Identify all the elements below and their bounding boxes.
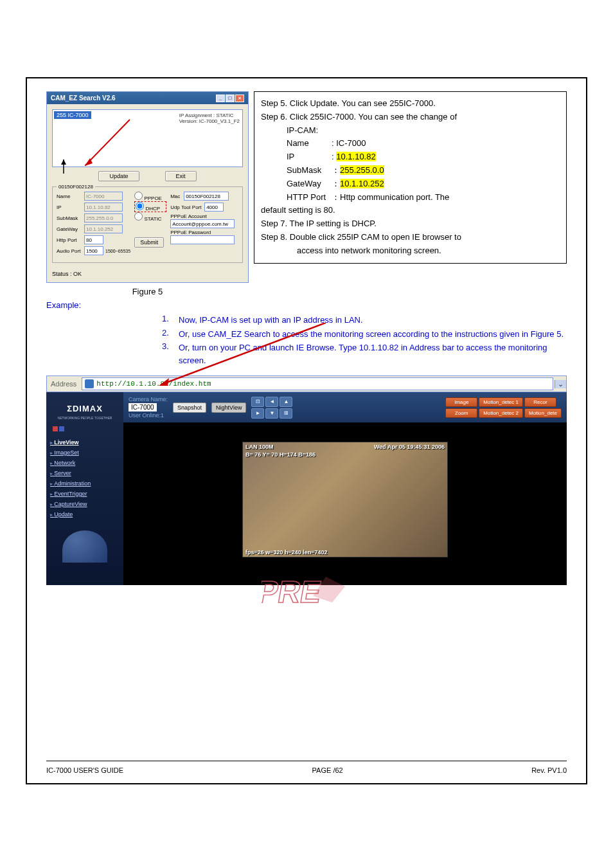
ctrl-icon[interactable]: ▼ [265, 408, 278, 419]
nightview-button[interactable]: NightView [211, 402, 246, 413]
ctrl-icon[interactable]: ⊞ [280, 408, 292, 419]
name-key: Name [287, 137, 332, 150]
footer-center: PAGE /62 [312, 766, 343, 774]
ex-num-2: 2. [162, 328, 179, 341]
gateway-value: 10.1.10.252 [340, 179, 384, 188]
nav-server[interactable]: Server [50, 470, 120, 476]
edimax-logo: ΣDIMAX [50, 404, 120, 413]
static-radio[interactable]: STATIC [134, 212, 166, 222]
watermark: PRE [262, 570, 351, 624]
logo-subtitle: NETWORKING PEOPLE TOGETHER [50, 416, 120, 420]
top-strip: Camera Name: IC-7000 User Online:1 Snaps… [123, 392, 567, 422]
motion-detec-1-button[interactable]: Motion_detec 1 [479, 397, 523, 407]
overlay-date: Wed Apr 05 19:45:31 2006 [374, 444, 445, 450]
video-feed: LAN 100M Wed Apr 05 19:45:31 2006 B= 76 … [242, 442, 448, 557]
example-heading: Example: [46, 300, 567, 310]
nav-imageset[interactable]: ImageSet [50, 449, 120, 456]
ex-text-3: Or, turn on your PC and launch IE Browse… [179, 341, 567, 366]
ip-field[interactable] [84, 203, 123, 212]
mac-label: Mac [170, 194, 182, 199]
address-bar: Address http://10.1.10.82/index.htm ⌄ [46, 375, 567, 392]
address-label: Address [47, 378, 80, 390]
pppoe-account-field[interactable] [170, 219, 235, 228]
ip-value: 10.1.10.82 [336, 152, 375, 161]
httpport-value: ：Http communication port. The [332, 192, 449, 202]
motion-dete-button[interactable]: Motion_dete [524, 408, 562, 418]
maximize-icon[interactable]: □ [226, 95, 235, 102]
step-8b: access into network monitoring screen. [297, 244, 560, 258]
ex-text-2: Or, use CAM_EZ Search to access the moni… [179, 328, 564, 341]
httpport-key: HTTP Port [287, 191, 332, 204]
device-listbox[interactable]: 255 IC-7000 IP Assignment : STATIC Versi… [52, 109, 243, 167]
nav-network[interactable]: Network [50, 460, 120, 466]
audioport-field[interactable] [84, 246, 103, 255]
overlay-lan: LAN 100M [245, 444, 274, 450]
nav-administration[interactable]: Administration [50, 480, 120, 487]
globe-graphic [62, 530, 107, 563]
minimize-icon[interactable]: _ [216, 95, 225, 102]
audioport-range: 1500~65535 [105, 249, 130, 253]
pppoe-radio[interactable]: PPPOE [134, 192, 166, 201]
zoom-button[interactable]: Zoom [445, 408, 477, 418]
nav-liveview[interactable]: LiveView [50, 439, 120, 446]
control-icons: ⊡ ◄▲► ▼⊞ [251, 397, 298, 419]
browser-screenshot: Address http://10.1.10.82/index.htm ⌄ ΣD… [46, 375, 567, 585]
dialog-titlebar: CAM_EZ Search V2.6 _□× [47, 92, 248, 104]
pppoe-account-label: PPPoE Account [170, 213, 238, 219]
device-fieldset: 00150F002128 Name IP SubMask GateWay Htt… [52, 186, 243, 263]
submask-label: SubMask [57, 215, 82, 221]
dialog-title: CAM_EZ Search V2.6 [51, 95, 116, 102]
udp-field[interactable] [204, 203, 224, 212]
ctrl-icon[interactable]: ⊡ [251, 397, 264, 407]
footer-left: IC-7000 USER'S GUIDE [46, 766, 123, 774]
submask-key: SubMask [287, 164, 332, 177]
submask-value: 255.255.0.0 [340, 165, 384, 175]
nav-eventtrigger[interactable]: EventTrigger [50, 491, 120, 497]
page-footer: IC-7000 USER'S GUIDE PAGE /62 Rev. PV1.0 [46, 766, 567, 774]
ip-label: IP [57, 204, 82, 210]
ctrl-icon[interactable]: ◄ [265, 397, 278, 407]
selected-device[interactable]: 255 IC-7000 [54, 111, 91, 119]
footer-right: Rev. PV1.0 [531, 766, 567, 774]
snapshot-button[interactable]: Snapshot [173, 402, 206, 413]
update-button[interactable]: Update [98, 171, 139, 181]
step-7: Step 7. The IP setting is DHCP. [261, 217, 560, 231]
step-5: Step 5. Click Update. You can see 255IC-… [261, 97, 560, 111]
overlay-fps: fps=26 w=320 h=240 len=7402 [245, 549, 328, 556]
step-6: Step 6. Click 255IC-7000. You can see th… [261, 111, 560, 124]
gateway-field[interactable] [84, 224, 123, 233]
url-field[interactable]: http://10.1.10.82/index.htm [82, 377, 553, 390]
nav-update[interactable]: Update [50, 511, 120, 518]
motion-detec-2-button[interactable]: Motion_detec 2 [479, 408, 523, 418]
ex-num-3: 3. [162, 341, 179, 366]
ctrl-icon[interactable]: ▲ [280, 397, 292, 407]
name-field[interactable] [84, 192, 123, 201]
sidebar: ΣDIMAX NETWORKING PEOPLE TOGETHER LiveVi… [46, 392, 123, 585]
submit-button[interactable]: Submit [134, 237, 164, 248]
nav-captureview[interactable]: CaptureView [50, 501, 120, 507]
name-label: Name [57, 194, 82, 199]
image-button[interactable]: Image [445, 397, 477, 407]
camera-name: IC-7000 [129, 403, 157, 411]
dropdown-icon[interactable]: ⌄ [555, 380, 566, 388]
pppoe-password-field[interactable] [170, 235, 235, 244]
user-online: User Online:1 [129, 412, 168, 419]
exit-button[interactable]: Exit [165, 171, 197, 181]
dhcp-radio[interactable]: DHCP [134, 201, 166, 212]
mac-field[interactable] [184, 192, 229, 201]
svg-text:PRE: PRE [262, 574, 324, 609]
recor-button[interactable]: Recor [524, 397, 556, 407]
submask-field[interactable] [84, 213, 123, 222]
name-value: : IC-7000 [332, 138, 366, 148]
gateway-key: GateWay [287, 177, 332, 191]
version-label: Version: IC-7000_V3.1_F2 [179, 118, 240, 124]
httpport-label: Http Port [57, 237, 82, 243]
httpport-field[interactable] [84, 235, 103, 244]
close-icon[interactable]: × [235, 95, 244, 102]
ip-key: IP [287, 150, 332, 164]
ctrl-icon[interactable]: ► [251, 408, 264, 419]
overlay-coords: B= 76 Y= 70 H=174 B=186 [245, 451, 315, 458]
ex-text-1: Now, IP-CAM is set up with an IP address… [179, 314, 363, 327]
ex-num-1: 1. [162, 314, 179, 327]
gateway-label: GateWay [57, 226, 82, 232]
